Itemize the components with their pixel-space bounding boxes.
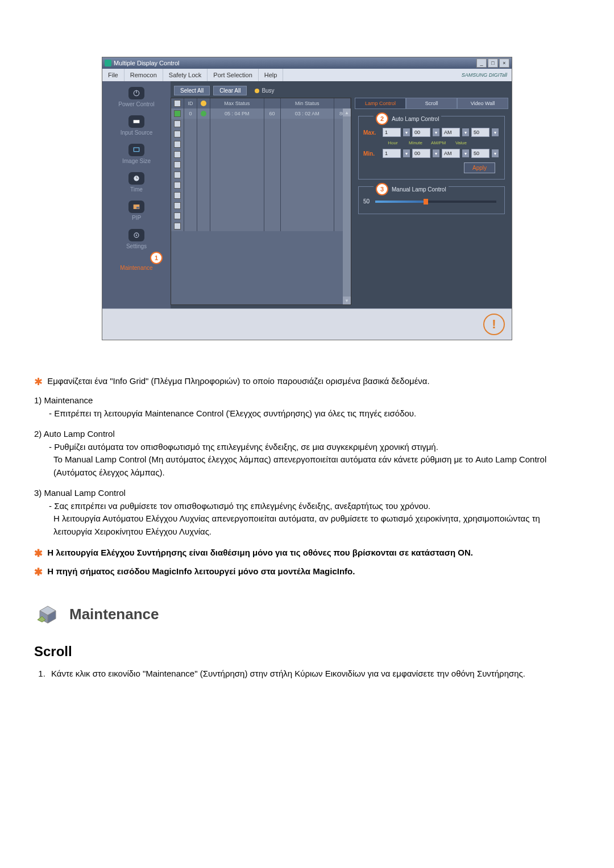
- titlebar: Multiple Display Control _ □ ×: [102, 57, 512, 69]
- sidebar: Power Control Input Source Image Size Ti…: [102, 81, 171, 308]
- label-minute: Minute: [405, 140, 426, 145]
- chevron-down-icon[interactable]: ▾: [492, 149, 499, 157]
- col-check[interactable]: [171, 98, 184, 108]
- table-row[interactable]: [171, 139, 351, 149]
- app-window: Multiple Display Control _ □ × File Remo…: [102, 57, 512, 340]
- note-magicinfo: ✱ Η πηγή σήματος εισόδου MagicInfo λειτο…: [34, 565, 580, 580]
- busy-indicator: Busy: [255, 87, 274, 94]
- sidebar-item-pip[interactable]: PIP: [108, 198, 165, 223]
- time-icon: [128, 172, 144, 185]
- col-id[interactable]: ID: [184, 98, 197, 108]
- tab-scroll[interactable]: Scroll: [406, 98, 457, 109]
- menu-file[interactable]: File: [102, 69, 125, 81]
- table-row[interactable]: [171, 129, 351, 139]
- status-bar: !: [102, 308, 512, 340]
- table-row[interactable]: [171, 170, 351, 180]
- col-max-status[interactable]: Max Status: [210, 98, 264, 108]
- item-1-body: - Επιτρέπει τη λειτουργία Maintenance Co…: [34, 407, 580, 420]
- table-row[interactable]: [171, 190, 351, 201]
- auto-lamp-control-box: 2 Auto Lamp Control Max. 1▾ 00▾ AM▾ 50▾: [358, 116, 505, 180]
- select-all-button[interactable]: Select All: [174, 86, 210, 95]
- chevron-down-icon[interactable]: ▾: [403, 149, 410, 157]
- cell-max-value: 60: [264, 108, 281, 119]
- min-value-select[interactable]: 50: [471, 149, 489, 158]
- list-item: 3) Manual Lamp Control - Σας επιτρέπει ν…: [34, 487, 580, 538]
- note-magicinfo-text: Η πηγή σήματος εισόδου MagicInfo λειτουρ…: [47, 566, 355, 576]
- max-minute-select[interactable]: 00: [412, 128, 430, 137]
- tab-video-wall[interactable]: Video Wall: [457, 98, 508, 109]
- item-3-body-2: Η λειτουργία Αυτόματου Ελέγχου Λυχνίας α…: [34, 512, 580, 538]
- close-button[interactable]: ×: [499, 59, 509, 68]
- manual-lamp-control-box: 3 Manual Lamp Control 50: [358, 186, 505, 214]
- table-row[interactable]: [171, 211, 351, 221]
- chevron-down-icon[interactable]: ▾: [433, 149, 439, 157]
- grid-header: ID Max Status Min Status: [171, 98, 351, 108]
- sidebar-item-image-size[interactable]: Image Size: [108, 141, 165, 166]
- sidebar-item-label: Image Size: [122, 158, 151, 164]
- busy-label: Busy: [262, 87, 274, 94]
- gear-icon: [128, 229, 144, 241]
- sidebar-item-maintenance[interactable]: 1 Maintenance: [108, 255, 165, 280]
- chevron-down-icon[interactable]: ▾: [462, 149, 469, 157]
- slider-thumb-icon[interactable]: [424, 199, 428, 205]
- table-row[interactable]: [171, 201, 351, 211]
- menu-safety-lock[interactable]: Safety Lock: [163, 69, 208, 81]
- numbered-list: 1) Maintenance - Επιτρέπει τη λειτουργία…: [34, 394, 580, 538]
- sidebar-item-time[interactable]: Time: [108, 170, 165, 195]
- menubar: File Remocon Safety Lock Port Selection …: [102, 69, 512, 81]
- clear-all-button[interactable]: Clear All: [213, 86, 247, 95]
- max-hour-select[interactable]: 1: [383, 128, 401, 137]
- min-minute-select[interactable]: 00: [412, 149, 430, 158]
- note-on-text: Η λειτουργία Ελέγχου Συντήρησης είναι δι…: [47, 548, 473, 557]
- min-label: Min.: [363, 151, 380, 157]
- min-hour-select[interactable]: 1: [383, 149, 401, 158]
- grid-scrollbar[interactable]: ▲ ▼: [343, 108, 351, 304]
- section-title: Maintenance: [69, 603, 159, 625]
- col-status[interactable]: [197, 98, 210, 108]
- apply-button[interactable]: Apply: [464, 162, 495, 173]
- sidebar-item-settings[interactable]: Settings: [108, 227, 165, 252]
- table-row[interactable]: [171, 149, 351, 160]
- app-screenshot: Multiple Display Control _ □ × File Remo…: [34, 57, 580, 340]
- star-icon: ✱: [34, 566, 43, 578]
- menu-remocon[interactable]: Remocon: [125, 69, 163, 81]
- table-row[interactable]: [171, 160, 351, 170]
- note-on-only: ✱ Η λειτουργία Ελέγχου Συντήρησης είναι …: [34, 546, 580, 561]
- item-2-body-2: Το Manual Lamp Control (Μη αυτόματος έλε…: [34, 453, 580, 479]
- callout-1: 1: [150, 252, 163, 264]
- max-ampm-select[interactable]: AM: [442, 128, 460, 137]
- table-row[interactable]: [171, 180, 351, 190]
- menu-help[interactable]: Help: [259, 69, 284, 81]
- chevron-down-icon[interactable]: ▾: [403, 128, 410, 136]
- sidebar-item-power-control[interactable]: Power Control: [108, 85, 165, 110]
- info-grid: ID Max Status Min Status 0: [171, 98, 351, 305]
- lamp-slider[interactable]: [375, 201, 496, 203]
- chevron-down-icon[interactable]: ▾: [462, 128, 469, 136]
- manual-lamp-legend: Manual Lamp Control: [392, 186, 446, 193]
- scroll-steps: Κάντε κλικ στο εικονίδιο "Maintenance" (…: [34, 667, 580, 681]
- table-row[interactable]: [171, 119, 351, 129]
- max-value-select[interactable]: 50: [471, 128, 489, 137]
- label-ampm: AM/PM: [428, 140, 449, 145]
- sidebar-item-label: Time: [130, 186, 143, 193]
- col-min-status[interactable]: Min Status: [281, 98, 335, 108]
- svg-rect-2: [134, 120, 140, 123]
- sidebar-item-label: Settings: [126, 243, 147, 249]
- item-3-body-1: - Σας επιτρέπει να ρυθμίσετε τον οπισθοφ…: [34, 500, 580, 513]
- step-1: Κάντε κλικ στο εικονίδιο "Maintenance" (…: [48, 667, 580, 681]
- maximize-button[interactable]: □: [488, 59, 498, 68]
- min-row: Min. 1▾ 00▾ AM▾ 50▾: [363, 149, 500, 158]
- min-ampm-select[interactable]: AM: [442, 149, 460, 158]
- chevron-down-icon[interactable]: ▾: [433, 128, 439, 136]
- window-title: Multiple Display Control: [114, 60, 476, 66]
- table-row[interactable]: [171, 221, 351, 231]
- sidebar-item-input-source[interactable]: Input Source: [108, 113, 165, 138]
- chevron-down-icon[interactable]: ▾: [492, 128, 499, 136]
- tab-lamp-control[interactable]: Lamp Control: [355, 98, 406, 109]
- scroll-down-icon[interactable]: ▼: [343, 297, 351, 304]
- menu-port-selection[interactable]: Port Selection: [208, 69, 258, 81]
- table-row[interactable]: 0 05 : 04 PM 60 03 : 02 AM 80: [171, 108, 351, 119]
- auto-lamp-legend: Auto Lamp Control: [392, 116, 439, 122]
- scroll-up-icon[interactable]: ▲: [343, 108, 351, 116]
- minimize-button[interactable]: _: [476, 59, 487, 68]
